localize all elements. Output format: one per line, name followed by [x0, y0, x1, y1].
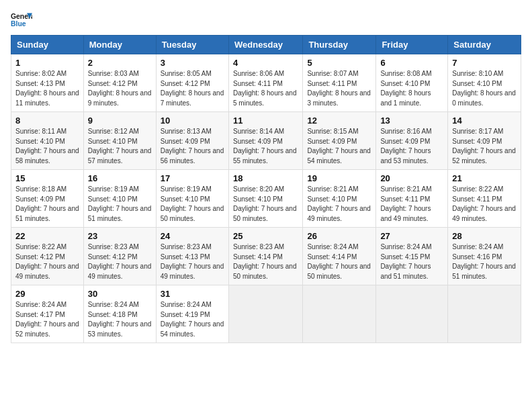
day-number: 23: [88, 231, 152, 241]
day-info: Sunrise: 8:23 AM Sunset: 4:13 PM Dayligh…: [161, 242, 224, 281]
calendar-cell: 8 Sunrise: 8:11 AM Sunset: 4:10 PM Dayli…: [11, 112, 84, 170]
day-number: 28: [452, 231, 517, 241]
calendar-cell: 21 Sunrise: 8:22 AM Sunset: 4:11 PM Dayl…: [448, 170, 521, 228]
day-number: 16: [88, 173, 152, 183]
calendar-cell: 2 Sunrise: 8:03 AM Sunset: 4:12 PM Dayli…: [83, 54, 156, 112]
day-header-wednesday: Wednesday: [228, 36, 302, 54]
calendar-cell: 22 Sunrise: 8:22 AM Sunset: 4:12 PM Dayl…: [11, 228, 84, 285]
calendar-cell: 5 Sunrise: 8:07 AM Sunset: 4:11 PM Dayli…: [303, 54, 376, 112]
day-info: Sunrise: 8:07 AM Sunset: 4:11 PM Dayligh…: [307, 69, 371, 108]
calendar-cell: 11 Sunrise: 8:14 AM Sunset: 4:09 PM Dayl…: [228, 112, 302, 170]
calendar-cell: 6 Sunrise: 8:08 AM Sunset: 4:10 PM Dayli…: [376, 54, 448, 112]
calendar-cell: 20 Sunrise: 8:21 AM Sunset: 4:11 PM Dayl…: [376, 170, 448, 228]
calendar-cell: 16 Sunrise: 8:19 AM Sunset: 4:10 PM Dayl…: [83, 170, 156, 228]
calendar-cell: 12 Sunrise: 8:15 AM Sunset: 4:09 PM Dayl…: [303, 112, 376, 170]
calendar-cell: 28 Sunrise: 8:24 AM Sunset: 4:16 PM Dayl…: [448, 228, 521, 285]
day-number: 5: [307, 58, 371, 68]
calendar-cell: 25 Sunrise: 8:23 AM Sunset: 4:14 PM Dayl…: [228, 228, 302, 285]
day-info: Sunrise: 8:02 AM Sunset: 4:13 PM Dayligh…: [15, 69, 79, 108]
day-info: Sunrise: 8:24 AM Sunset: 4:18 PM Dayligh…: [88, 300, 152, 339]
calendar-cell: 14 Sunrise: 8:17 AM Sunset: 4:09 PM Dayl…: [448, 112, 521, 170]
calendar: SundayMondayTuesdayWednesdayThursdayFrid…: [11, 35, 521, 343]
day-number: 8: [15, 116, 79, 126]
day-header-friday: Friday: [376, 36, 448, 54]
day-number: 25: [233, 231, 298, 241]
calendar-cell: 26 Sunrise: 8:24 AM Sunset: 4:14 PM Dayl…: [303, 228, 376, 285]
day-number: 30: [88, 289, 152, 299]
calendar-cell: [303, 285, 376, 343]
day-number: 12: [307, 116, 371, 126]
calendar-cell: 23 Sunrise: 8:23 AM Sunset: 4:12 PM Dayl…: [83, 228, 156, 285]
day-info: Sunrise: 8:10 AM Sunset: 4:10 PM Dayligh…: [452, 69, 517, 108]
calendar-cell: 13 Sunrise: 8:16 AM Sunset: 4:09 PM Dayl…: [376, 112, 448, 170]
day-number: 4: [233, 58, 298, 68]
day-number: 14: [452, 116, 517, 126]
day-info: Sunrise: 8:24 AM Sunset: 4:14 PM Dayligh…: [307, 242, 371, 281]
calendar-cell: 29 Sunrise: 8:24 AM Sunset: 4:17 PM Dayl…: [11, 285, 84, 343]
day-info: Sunrise: 8:22 AM Sunset: 4:12 PM Dayligh…: [15, 242, 79, 281]
day-number: 2: [88, 58, 152, 68]
day-number: 1: [15, 58, 79, 68]
day-number: 13: [380, 116, 443, 126]
day-number: 11: [233, 116, 298, 126]
day-header-tuesday: Tuesday: [156, 36, 228, 54]
calendar-cell: 9 Sunrise: 8:12 AM Sunset: 4:10 PM Dayli…: [83, 112, 156, 170]
day-header-saturday: Saturday: [448, 36, 521, 54]
day-number: 22: [15, 231, 79, 241]
day-number: 24: [161, 231, 224, 241]
day-number: 20: [380, 173, 443, 183]
day-header-thursday: Thursday: [303, 36, 376, 54]
day-info: Sunrise: 8:08 AM Sunset: 4:10 PM Dayligh…: [380, 69, 443, 108]
day-info: Sunrise: 8:19 AM Sunset: 4:10 PM Dayligh…: [161, 185, 224, 224]
day-number: 31: [161, 289, 224, 299]
day-number: 3: [161, 58, 224, 68]
day-info: Sunrise: 8:12 AM Sunset: 4:10 PM Dayligh…: [88, 127, 152, 166]
day-info: Sunrise: 8:24 AM Sunset: 4:15 PM Dayligh…: [380, 242, 443, 281]
day-header-sunday: Sunday: [11, 36, 84, 54]
day-number: 6: [380, 58, 443, 68]
calendar-cell: [448, 285, 521, 343]
calendar-cell: 7 Sunrise: 8:10 AM Sunset: 4:10 PM Dayli…: [448, 54, 521, 112]
calendar-cell: 27 Sunrise: 8:24 AM Sunset: 4:15 PM Dayl…: [376, 228, 448, 285]
day-info: Sunrise: 8:24 AM Sunset: 4:19 PM Dayligh…: [161, 300, 224, 339]
day-header-monday: Monday: [83, 36, 156, 54]
day-number: 21: [452, 173, 517, 183]
day-info: Sunrise: 8:23 AM Sunset: 4:14 PM Dayligh…: [233, 242, 298, 281]
day-number: 19: [307, 173, 371, 183]
day-number: 27: [380, 231, 443, 241]
day-number: 17: [161, 173, 224, 183]
calendar-cell: [228, 285, 302, 343]
calendar-cell: 4 Sunrise: 8:06 AM Sunset: 4:11 PM Dayli…: [228, 54, 302, 112]
day-number: 18: [233, 173, 298, 183]
calendar-cell: 10 Sunrise: 8:13 AM Sunset: 4:09 PM Dayl…: [156, 112, 228, 170]
day-number: 15: [15, 173, 79, 183]
calendar-cell: 30 Sunrise: 8:24 AM Sunset: 4:18 PM Dayl…: [83, 285, 156, 343]
day-number: 10: [161, 116, 224, 126]
calendar-cell: 3 Sunrise: 8:05 AM Sunset: 4:12 PM Dayli…: [156, 54, 228, 112]
calendar-cell: 18 Sunrise: 8:20 AM Sunset: 4:10 PM Dayl…: [228, 170, 302, 228]
calendar-cell: 24 Sunrise: 8:23 AM Sunset: 4:13 PM Dayl…: [156, 228, 228, 285]
day-number: 9: [88, 116, 152, 126]
calendar-cell: 1 Sunrise: 8:02 AM Sunset: 4:13 PM Dayli…: [11, 54, 84, 112]
day-info: Sunrise: 8:18 AM Sunset: 4:09 PM Dayligh…: [15, 185, 79, 224]
day-info: Sunrise: 8:11 AM Sunset: 4:10 PM Dayligh…: [15, 127, 79, 166]
day-info: Sunrise: 8:16 AM Sunset: 4:09 PM Dayligh…: [380, 127, 443, 166]
day-info: Sunrise: 8:05 AM Sunset: 4:12 PM Dayligh…: [161, 69, 224, 108]
day-number: 26: [307, 231, 371, 241]
calendar-cell: [376, 285, 448, 343]
calendar-cell: 31 Sunrise: 8:24 AM Sunset: 4:19 PM Dayl…: [156, 285, 228, 343]
logo: General Blue: [11, 11, 32, 30]
calendar-cell: 17 Sunrise: 8:19 AM Sunset: 4:10 PM Dayl…: [156, 170, 228, 228]
day-info: Sunrise: 8:19 AM Sunset: 4:10 PM Dayligh…: [88, 185, 152, 224]
day-number: 29: [15, 289, 79, 299]
day-info: Sunrise: 8:21 AM Sunset: 4:11 PM Dayligh…: [380, 185, 443, 224]
day-info: Sunrise: 8:03 AM Sunset: 4:12 PM Dayligh…: [88, 69, 152, 108]
day-info: Sunrise: 8:13 AM Sunset: 4:09 PM Dayligh…: [161, 127, 224, 166]
day-info: Sunrise: 8:15 AM Sunset: 4:09 PM Dayligh…: [307, 127, 371, 166]
day-info: Sunrise: 8:23 AM Sunset: 4:12 PM Dayligh…: [88, 242, 152, 281]
calendar-cell: 19 Sunrise: 8:21 AM Sunset: 4:10 PM Dayl…: [303, 170, 376, 228]
day-info: Sunrise: 8:14 AM Sunset: 4:09 PM Dayligh…: [233, 127, 298, 166]
day-info: Sunrise: 8:24 AM Sunset: 4:16 PM Dayligh…: [452, 242, 517, 281]
day-info: Sunrise: 8:21 AM Sunset: 4:10 PM Dayligh…: [307, 185, 371, 224]
svg-text:Blue: Blue: [11, 20, 26, 28]
